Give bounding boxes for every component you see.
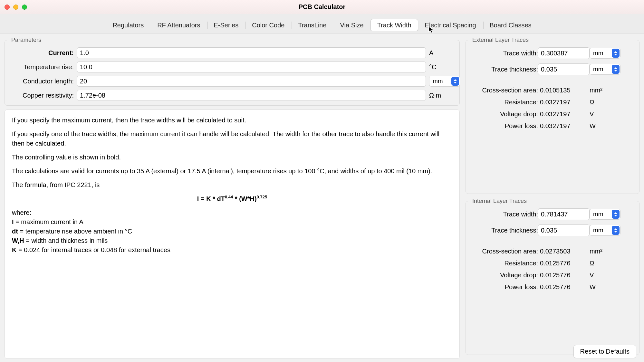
int-resistance-label: Resistance: — [470, 260, 538, 267]
int-resistance-value: 0.0125776 — [538, 260, 590, 267]
current-label: Current: — [9, 49, 74, 57]
tab-electrical-spacing[interactable]: Electrical Spacing — [418, 19, 483, 31]
int-cross-section-unit: mm² — [590, 248, 625, 255]
int-voltage-drop-label: Voltage drop: — [470, 272, 538, 279]
temperature-rise-label: Temperature rise: — [9, 63, 74, 71]
ext-trace-width-input[interactable] — [538, 47, 590, 59]
tab-board-classes[interactable]: Board Classes — [483, 19, 538, 31]
int-power-loss-label: Power loss: — [470, 283, 538, 291]
ext-cross-section-value: 0.0105135 — [538, 87, 590, 94]
ext-resistance-label: Resistance: — [470, 99, 538, 106]
int-trace-thickness-input[interactable] — [538, 224, 590, 236]
int-voltage-drop-value: 0.0125776 — [538, 272, 590, 279]
tab-track-width[interactable]: Track Width — [370, 19, 418, 31]
ext-power-loss-value: 0.0327197 — [538, 122, 590, 130]
tab-color-code[interactable]: Color Code — [245, 19, 291, 31]
ext-power-loss-label: Power loss: — [470, 122, 538, 130]
window-title: PCB Calculator — [0, 3, 644, 11]
internal-legend: Internal Layer Traces — [470, 198, 529, 205]
ext-trace-thickness-input[interactable] — [538, 63, 590, 75]
temperature-rise-unit: °C — [429, 63, 455, 71]
titlebar: PCB Calculator — [0, 0, 644, 14]
ext-cross-section-label: Cross-section area: — [470, 87, 538, 94]
int-trace-width-input[interactable] — [538, 208, 590, 220]
ext-resistance-unit: Ω — [590, 99, 625, 106]
conductor-length-input[interactable] — [77, 76, 426, 87]
ext-trace-thickness-unit-select[interactable]: mm — [590, 64, 620, 75]
internal-layer-traces-group: Internal Layer Traces Trace width: mm Tr… — [466, 198, 639, 355]
int-power-loss-value: 0.0125776 — [538, 283, 590, 291]
chevron-up-down-icon — [612, 49, 620, 58]
int-voltage-drop-unit: V — [590, 272, 625, 279]
parameters-legend: Parameters — [9, 37, 43, 43]
copper-resistivity-input[interactable] — [77, 90, 426, 101]
external-legend: External Layer Traces — [470, 37, 531, 43]
chevron-up-down-icon — [451, 77, 459, 86]
info-panel: If you specify the maximum current, then… — [5, 110, 460, 359]
current-input[interactable] — [77, 47, 426, 58]
ext-trace-width-label: Trace width: — [470, 50, 538, 57]
int-trace-thickness-unit-select[interactable]: mm — [590, 225, 620, 236]
tab-regulators[interactable]: Regulators — [106, 19, 150, 31]
ext-trace-thickness-label: Trace thickness: — [470, 66, 538, 73]
conductor-length-unit-select[interactable]: mm — [429, 76, 460, 87]
chevron-up-down-icon — [612, 226, 620, 235]
tabbar: Regulators RF Attenuators E-Series Color… — [106, 19, 538, 31]
tab-transline[interactable]: TransLine — [291, 19, 333, 31]
temperature-rise-input[interactable] — [77, 62, 426, 72]
current-unit: A — [429, 49, 455, 57]
int-cross-section-label: Cross-section area: — [470, 248, 538, 255]
chevron-up-down-icon — [612, 210, 620, 219]
ext-cross-section-unit: mm² — [590, 87, 625, 94]
ext-voltage-drop-value: 0.0327197 — [538, 110, 590, 118]
int-cross-section-value: 0.0273503 — [538, 248, 590, 255]
copper-resistivity-label: Copper resistivity: — [9, 92, 74, 99]
int-trace-width-unit-select[interactable]: mm — [590, 209, 620, 220]
ext-voltage-drop-label: Voltage drop: — [470, 110, 538, 118]
tab-rf-attenuators[interactable]: RF Attenuators — [150, 19, 207, 31]
ext-trace-width-unit-select[interactable]: mm — [590, 48, 620, 59]
ext-power-loss-unit: W — [590, 122, 625, 130]
parameters-group: Parameters Current: A Temperature rise: … — [5, 37, 460, 106]
external-layer-traces-group: External Layer Traces Trace width: mm Tr… — [466, 37, 639, 194]
reset-to-defaults-button[interactable]: Reset to Defaults — [573, 345, 636, 358]
formula: I = K * dT0.44 * (W*H)0.725 — [12, 194, 452, 204]
int-resistance-unit: Ω — [590, 260, 625, 267]
int-trace-thickness-label: Trace thickness: — [470, 227, 538, 234]
tab-e-series[interactable]: E-Series — [207, 19, 245, 31]
int-trace-width-label: Trace width: — [470, 211, 538, 218]
conductor-length-label: Conductor length: — [9, 78, 74, 85]
int-power-loss-unit: W — [590, 283, 625, 291]
ext-voltage-drop-unit: V — [590, 110, 625, 118]
chevron-up-down-icon — [612, 65, 620, 74]
tab-via-size[interactable]: Via Size — [333, 19, 370, 31]
ext-resistance-value: 0.0327197 — [538, 99, 590, 106]
copper-resistivity-unit: Ω·m — [429, 92, 455, 99]
